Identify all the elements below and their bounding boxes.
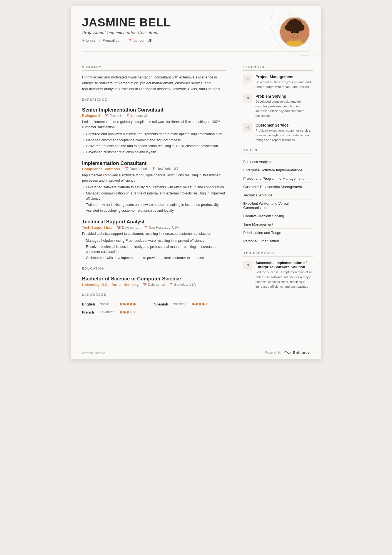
strength-title-3: Customer Service xyxy=(255,123,313,127)
pin-icon-1: 📍 xyxy=(126,114,130,118)
exp-bullets-2: Leveraged software platform to satisfy r… xyxy=(82,185,226,213)
exp-desc-3: Provided technical support to customers … xyxy=(82,231,226,236)
dot xyxy=(126,303,129,305)
strength-title-2: Problem Solving xyxy=(255,94,313,98)
strength-content-3: Customer Service Provided exceptional cu… xyxy=(255,123,313,143)
lang-name-french: French xyxy=(82,310,97,314)
summary-section-header: SUMMARY xyxy=(82,65,226,71)
achievement-icon-1: ⚑ xyxy=(243,261,252,270)
lang-level-french: Advanced xyxy=(100,310,118,314)
experience-item-1: Senior Implementation Consultant Rulegua… xyxy=(82,107,226,155)
skill-item-5: Technical Aptitude xyxy=(243,191,313,199)
job-title: Professional Implementation Consultant xyxy=(82,30,171,36)
dot xyxy=(123,311,126,314)
skill-item-9: Prioritisation and Triage xyxy=(243,229,313,237)
bullet-3-2: Resolved technical issues in a timely an… xyxy=(82,244,226,255)
strength-title-1: Project Management xyxy=(255,75,313,79)
skill-item-4: Customer Relationship Management xyxy=(243,183,313,191)
exp-date-3: 📅 Date period xyxy=(117,226,139,230)
enhancv-icon xyxy=(283,350,291,355)
achievement-content-1: Successful Implementation of Enterprise … xyxy=(255,261,313,289)
header: JASMINE BELL Professional Implementation… xyxy=(71,6,321,60)
location-contact: 📍 London, UK xyxy=(128,38,153,43)
bullet-3-1: Managed helpdesk using Freshdesk softwar… xyxy=(82,238,226,243)
location-icon: 📍 xyxy=(128,39,132,43)
exp-loc-3: 📍 San Francisco, USA xyxy=(144,226,179,230)
strength-icon-1: ☆ xyxy=(243,75,252,83)
pin-icon-3: 📍 xyxy=(144,226,148,230)
svg-point-23 xyxy=(287,352,288,353)
edu-degree: Bachelor of Science in Computer Science xyxy=(82,276,226,282)
skills-section-header: SKILLS xyxy=(243,149,313,154)
strength-desc-3: Provided exceptional customer service, r… xyxy=(255,128,313,143)
bullet-1-3: Delivered projects on time and to specif… xyxy=(82,144,226,149)
achievement-title-1: Successful Implementation of Enterprise … xyxy=(255,261,313,269)
svg-point-17 xyxy=(292,20,298,26)
pin-icon-edu: 📍 xyxy=(169,283,173,287)
powered-by-text: Powered by xyxy=(265,351,281,354)
skill-item-3: Project and Programme Management xyxy=(243,174,313,183)
exp-title-3: Technical Support Analyst xyxy=(82,219,226,225)
dot xyxy=(202,303,205,305)
edu-date: 📅 Date period xyxy=(143,283,165,287)
contact-info: ✉ john.smith@email.com 📍 London, UK xyxy=(82,38,171,43)
skill-item-2: Enterprise Software Implementations xyxy=(243,166,313,174)
strengths-section-header: STRENGTHS xyxy=(243,65,313,71)
edu-meta: University of California, Berkeley 📅 Dat… xyxy=(82,283,226,287)
bullet-3-3: Collaborated with development team to pr… xyxy=(82,255,226,261)
dot xyxy=(192,303,195,305)
brand-name: Enhancv xyxy=(293,351,310,355)
dot xyxy=(120,311,122,314)
bullet-2-4: Assisted in developing customer relation… xyxy=(82,208,226,213)
svg-point-22 xyxy=(294,33,296,35)
dot xyxy=(199,303,201,305)
dot xyxy=(133,303,136,305)
exp-meta-1: Ruleguard 📅 Present 📍 London, UK xyxy=(82,114,226,118)
lang-item-french: French Advanced xyxy=(82,310,154,314)
experience-section-header: EXPERIENCE xyxy=(82,98,226,103)
calendar-icon-2: 📅 xyxy=(125,167,129,171)
header-info: JASMINE BELL Professional Implementation… xyxy=(82,17,171,43)
edu-school: University of California, Berkeley xyxy=(82,283,139,287)
achievement-desc-1: Led the successful implementation of an … xyxy=(255,270,313,289)
strength-content-2: Problem Solving Developed creative solut… xyxy=(255,94,313,119)
calendar-icon-1: 📅 xyxy=(104,114,108,118)
dot xyxy=(126,311,129,314)
education-section-header: EDUCATION xyxy=(82,267,226,272)
lang-name-spanish: Spanish xyxy=(154,302,170,306)
email-icon: ✉ xyxy=(82,39,85,43)
resume-page: JASMINE BELL Professional Implementation… xyxy=(71,6,321,359)
exp-date-2: 📅 Date period xyxy=(125,167,147,171)
exp-bullets-1: Captured and analyzed business requireme… xyxy=(82,132,226,155)
lang-name-english: English xyxy=(82,302,97,306)
exp-bullets-3: Managed helpdesk using Freshdesk softwar… xyxy=(82,238,226,261)
strength-item-3: ◎ Customer Service Provided exceptional … xyxy=(243,123,313,143)
dot xyxy=(123,303,126,305)
pin-icon-2: 📍 xyxy=(152,167,156,171)
experience-item-3: Technical Support Analyst Tech Support I… xyxy=(82,219,226,261)
bullet-1-2: Managed customer acceptance planning and… xyxy=(82,138,226,143)
achievement-item-1: ⚑ Successful Implementation of Enterpris… xyxy=(243,261,313,289)
exp-title-2: Implementation Consultant xyxy=(82,161,226,166)
experience-item-2: Implementation Consultant Compliance Sol… xyxy=(82,161,226,213)
dot-empty xyxy=(130,311,132,314)
email-text: john.smith@email.com xyxy=(86,38,123,43)
svg-point-21 xyxy=(297,31,298,32)
right-column: STRENGTHS ☆ Project Management Delivered… xyxy=(235,60,321,340)
strength-icon-3: ◎ xyxy=(243,123,252,132)
strength-icon-2: ⚑ xyxy=(243,94,252,103)
avatar xyxy=(279,17,310,47)
candidate-name: JASMINE BELL xyxy=(82,17,171,28)
exp-meta-2: Compliance Solutions 📅 Date period 📍 New… xyxy=(82,167,226,171)
bullet-1-1: Captured and analyzed business requireme… xyxy=(82,132,226,137)
lang-dots-french xyxy=(120,311,136,314)
languages-section-header: LANGUAGES xyxy=(82,293,226,298)
dot xyxy=(130,303,132,305)
dot-empty xyxy=(205,303,208,305)
skill-item-6: Excellent Written and Verbal Communicati… xyxy=(243,199,313,212)
location-text: London, UK xyxy=(133,38,153,43)
exp-loc-1: 📍 London, UK xyxy=(126,114,148,118)
dot xyxy=(195,303,198,305)
lang-dots-spanish xyxy=(192,303,208,305)
lang-item-spanish: Spanish Proficient xyxy=(154,302,227,306)
